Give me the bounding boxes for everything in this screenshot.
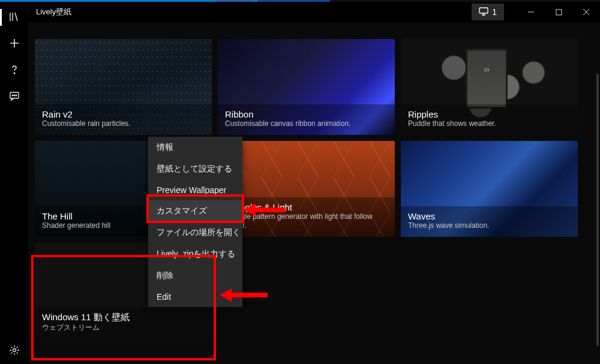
- svg-point-0: [14, 73, 15, 74]
- monitor-icon: [479, 7, 488, 17]
- menu-item-preview[interactable]: Preview Wallpaper: [148, 180, 242, 200]
- card-info: Windows 11 動く壁紙 ウェブストリーム: [35, 307, 212, 339]
- card-title: Windows 11 動く壁紙: [42, 312, 205, 323]
- sidebar-item-feedback[interactable]: [0, 83, 29, 110]
- card-title: Ripples: [408, 109, 571, 119]
- card-subtitle: Customisable canvas ribbon animation.: [225, 119, 388, 129]
- card-subtitle: ウェブストリーム: [42, 323, 205, 333]
- card-subtitle: Customisable rain particles.: [42, 119, 205, 129]
- card-title: Triangles & Light: [225, 202, 388, 212]
- gear-icon: [9, 345, 20, 357]
- main-area: Lively壁紙 1: [29, 2, 600, 364]
- monitor-picker-button[interactable]: 1: [472, 4, 504, 20]
- card-title: Waves: [408, 211, 571, 221]
- card-subtitle: Puddle that shows weather.: [408, 119, 571, 129]
- menu-item-delete[interactable]: 削除: [148, 265, 242, 287]
- card-title: Ribbon: [225, 109, 388, 119]
- menu-item-export-zip[interactable]: Lively .zipを出力する: [148, 243, 242, 265]
- app-title: Lively壁紙: [36, 7, 71, 17]
- svg-point-4: [16, 95, 17, 96]
- card-info: Ripples Puddle that shows weather.: [401, 104, 578, 135]
- menu-item-set-as-wallpaper[interactable]: 壁紙として設定する: [148, 158, 242, 180]
- plus-icon: [9, 38, 20, 50]
- menu-item-info[interactable]: 情報: [148, 137, 242, 158]
- weather-badge: 29: [466, 49, 508, 109]
- wallpaper-grid: Rain v2 Customisable rain particles. Rib…: [29, 22, 600, 364]
- menu-item-open-location[interactable]: ファイルの場所を開く: [148, 222, 242, 243]
- maximize-button[interactable]: [545, 2, 572, 22]
- wallpaper-card-ripples[interactable]: 29 Ripples Puddle that shows weather.: [401, 39, 578, 135]
- sidebar-item-library[interactable]: [0, 4, 29, 31]
- sidebar-item-add[interactable]: [0, 31, 29, 57]
- scrollbar[interactable]: [596, 74, 599, 346]
- svg-point-3: [14, 95, 15, 96]
- library-icon: [9, 11, 20, 24]
- wallpaper-card-ribbon[interactable]: Ribbon Customisable canvas ribbon animat…: [218, 39, 395, 135]
- sidebar-item-settings[interactable]: [0, 338, 29, 364]
- close-button[interactable]: [572, 2, 600, 22]
- card-info: Triangles & Light Triangle pattern gener…: [218, 197, 395, 237]
- card-subtitle: Three.js wave simulation.: [408, 221, 571, 231]
- svg-rect-6: [479, 8, 488, 13]
- context-menu: 情報 壁紙として設定する Preview Wallpaper カスタマイズ ファ…: [148, 137, 242, 307]
- svg-rect-7: [556, 10, 562, 15]
- menu-item-edit[interactable]: Edit: [148, 287, 242, 307]
- svg-point-2: [12, 95, 13, 96]
- card-info: Waves Three.js wave simulation.: [401, 206, 578, 237]
- wallpaper-card-waves[interactable]: Waves Three.js wave simulation.: [401, 141, 578, 237]
- wallpaper-card-triangles[interactable]: Triangles & Light Triangle pattern gener…: [218, 141, 395, 237]
- titlebar: Lively壁紙 1: [29, 2, 600, 22]
- menu-item-customize[interactable]: カスタマイズ: [148, 200, 242, 222]
- app-window: Lively壁紙 1: [0, 2, 600, 364]
- card-subtitle: Triangle pattern generator with light th…: [225, 212, 388, 231]
- card-info: Rain v2 Customisable rain particles.: [35, 104, 212, 135]
- wallpaper-card-rain[interactable]: Rain v2 Customisable rain particles.: [35, 39, 212, 135]
- sidebar-item-help[interactable]: [0, 57, 29, 83]
- minimize-button[interactable]: [517, 2, 545, 22]
- card-info: Ribbon Customisable canvas ribbon animat…: [218, 104, 395, 135]
- monitor-label: 1: [492, 7, 497, 17]
- question-icon: [9, 64, 20, 77]
- chat-icon: [9, 91, 20, 103]
- card-title: Rain v2: [42, 109, 205, 119]
- svg-point-5: [13, 348, 16, 351]
- sidebar: [0, 2, 29, 364]
